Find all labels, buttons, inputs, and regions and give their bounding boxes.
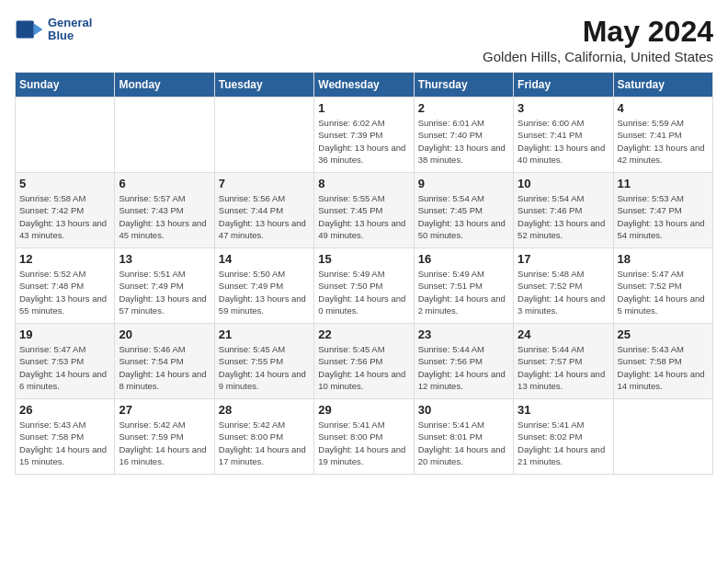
day-number: 22 [318, 327, 409, 341]
calendar-week-row: 1Sunrise: 6:02 AMSunset: 7:39 PMDaylight… [16, 98, 713, 173]
day-info: Sunrise: 5:44 AMSunset: 7:57 PMDaylight:… [518, 343, 609, 392]
calendar-day-cell: 19Sunrise: 5:47 AMSunset: 7:53 PMDayligh… [16, 324, 115, 399]
calendar-day-cell [16, 98, 115, 173]
day-info: Sunrise: 6:00 AMSunset: 7:41 PMDaylight:… [518, 117, 609, 166]
calendar-day-cell: 18Sunrise: 5:47 AMSunset: 7:52 PMDayligh… [613, 248, 712, 324]
day-number: 18 [618, 252, 709, 266]
logo-line2: Blue [48, 29, 92, 42]
calendar-day-cell: 27Sunrise: 5:42 AMSunset: 7:59 PMDayligh… [115, 399, 214, 475]
calendar-day-cell: 21Sunrise: 5:45 AMSunset: 7:55 PMDayligh… [214, 324, 313, 399]
calendar-day-cell: 9Sunrise: 5:54 AMSunset: 7:45 PMDaylight… [414, 173, 513, 248]
day-info: Sunrise: 5:50 AMSunset: 7:49 PMDaylight:… [219, 268, 310, 316]
calendar-day-cell [613, 399, 712, 475]
day-number: 23 [418, 327, 509, 341]
calendar-day-cell: 5Sunrise: 5:58 AMSunset: 7:42 PMDaylight… [16, 173, 115, 248]
day-info: Sunrise: 5:49 AMSunset: 7:51 PMDaylight:… [418, 268, 509, 316]
day-info: Sunrise: 5:44 AMSunset: 7:56 PMDaylight:… [418, 343, 509, 392]
day-number: 25 [618, 327, 709, 341]
calendar-day-cell: 13Sunrise: 5:51 AMSunset: 7:49 PMDayligh… [115, 248, 214, 324]
day-info: Sunrise: 5:54 AMSunset: 7:46 PMDaylight:… [518, 192, 609, 241]
day-info: Sunrise: 5:59 AMSunset: 7:41 PMDaylight:… [618, 117, 709, 166]
calendar-day-cell: 7Sunrise: 5:56 AMSunset: 7:44 PMDaylight… [214, 173, 313, 248]
day-info: Sunrise: 5:48 AMSunset: 7:52 PMDaylight:… [518, 268, 609, 316]
day-number: 6 [119, 177, 210, 190]
day-number: 10 [518, 177, 609, 190]
calendar-weekday-header: Sunday [16, 73, 115, 98]
calendar-day-cell: 2Sunrise: 6:01 AMSunset: 7:40 PMDaylight… [414, 98, 513, 173]
calendar-week-row: 19Sunrise: 5:47 AMSunset: 7:53 PMDayligh… [16, 324, 713, 399]
day-number: 29 [318, 403, 409, 417]
calendar-day-cell: 26Sunrise: 5:43 AMSunset: 7:58 PMDayligh… [16, 399, 115, 475]
calendar-day-cell: 4Sunrise: 5:59 AMSunset: 7:41 PMDaylight… [613, 98, 712, 173]
day-info: Sunrise: 5:41 AMSunset: 8:02 PMDaylight:… [518, 419, 609, 467]
day-info: Sunrise: 5:58 AMSunset: 7:42 PMDaylight:… [19, 192, 110, 241]
calendar-day-cell: 17Sunrise: 5:48 AMSunset: 7:52 PMDayligh… [514, 248, 613, 324]
day-number: 27 [119, 403, 210, 417]
day-number: 4 [618, 101, 709, 115]
calendar-header-row: SundayMondayTuesdayWednesdayThursdayFrid… [16, 73, 713, 98]
day-info: Sunrise: 5:46 AMSunset: 7:54 PMDaylight:… [119, 343, 210, 392]
day-info: Sunrise: 5:53 AMSunset: 7:47 PMDaylight:… [618, 192, 709, 241]
calendar-body: 1Sunrise: 6:02 AMSunset: 7:39 PMDaylight… [16, 98, 713, 475]
day-info: Sunrise: 6:01 AMSunset: 7:40 PMDaylight:… [418, 117, 509, 166]
day-number: 26 [19, 403, 110, 417]
day-number: 11 [618, 177, 709, 190]
calendar-day-cell: 16Sunrise: 5:49 AMSunset: 7:51 PMDayligh… [414, 248, 513, 324]
day-number: 20 [119, 327, 210, 341]
day-number: 1 [318, 101, 409, 115]
logo-text: General Blue [48, 17, 92, 43]
calendar-week-row: 12Sunrise: 5:52 AMSunset: 7:48 PMDayligh… [16, 248, 713, 324]
day-info: Sunrise: 5:47 AMSunset: 7:52 PMDaylight:… [618, 268, 709, 316]
day-number: 7 [219, 177, 310, 190]
day-number: 9 [418, 177, 509, 190]
calendar-weekday-header: Wednesday [314, 73, 414, 98]
day-number: 5 [19, 177, 110, 190]
day-info: Sunrise: 5:49 AMSunset: 7:50 PMDaylight:… [318, 268, 409, 316]
day-number: 28 [219, 403, 310, 417]
day-number: 16 [418, 252, 509, 266]
calendar-day-cell: 28Sunrise: 5:42 AMSunset: 8:00 PMDayligh… [214, 399, 313, 475]
day-number: 13 [119, 252, 210, 266]
calendar-day-cell: 11Sunrise: 5:53 AMSunset: 7:47 PMDayligh… [613, 173, 712, 248]
day-number: 21 [219, 327, 310, 341]
logo-line1: General [48, 17, 92, 29]
day-info: Sunrise: 6:02 AMSunset: 7:39 PMDaylight:… [318, 117, 409, 166]
title-block: May 2024 Golden Hills, California, Unite… [483, 15, 713, 64]
calendar-day-cell: 31Sunrise: 5:41 AMSunset: 8:02 PMDayligh… [514, 399, 613, 475]
calendar-week-row: 26Sunrise: 5:43 AMSunset: 7:58 PMDayligh… [16, 399, 713, 475]
calendar-week-row: 5Sunrise: 5:58 AMSunset: 7:42 PMDaylight… [16, 173, 713, 248]
calendar-weekday-header: Monday [115, 73, 214, 98]
day-info: Sunrise: 5:45 AMSunset: 7:56 PMDaylight:… [318, 343, 409, 392]
day-info: Sunrise: 5:56 AMSunset: 7:44 PMDaylight:… [219, 192, 310, 241]
day-info: Sunrise: 5:51 AMSunset: 7:49 PMDaylight:… [119, 268, 210, 316]
day-number: 2 [418, 101, 509, 115]
day-info: Sunrise: 5:45 AMSunset: 7:55 PMDaylight:… [219, 343, 310, 392]
calendar-day-cell: 23Sunrise: 5:44 AMSunset: 7:56 PMDayligh… [414, 324, 513, 399]
calendar-day-cell [214, 98, 313, 173]
day-info: Sunrise: 5:42 AMSunset: 7:59 PMDaylight:… [119, 419, 210, 467]
day-number: 14 [219, 252, 310, 266]
calendar-day-cell: 15Sunrise: 5:49 AMSunset: 7:50 PMDayligh… [314, 248, 414, 324]
calendar-day-cell: 20Sunrise: 5:46 AMSunset: 7:54 PMDayligh… [115, 324, 214, 399]
calendar-weekday-header: Tuesday [214, 73, 313, 98]
day-number: 19 [19, 327, 110, 341]
day-info: Sunrise: 5:57 AMSunset: 7:43 PMDaylight:… [119, 192, 210, 241]
calendar-day-cell: 24Sunrise: 5:44 AMSunset: 7:57 PMDayligh… [514, 324, 613, 399]
subtitle: Golden Hills, California, United States [483, 49, 713, 64]
page-header: General Blue May 2024 Golden Hills, Cali… [15, 15, 713, 64]
calendar-day-cell: 29Sunrise: 5:41 AMSunset: 8:00 PMDayligh… [314, 399, 414, 475]
calendar-weekday-header: Saturday [613, 73, 712, 98]
day-info: Sunrise: 5:41 AMSunset: 8:01 PMDaylight:… [418, 419, 509, 467]
day-info: Sunrise: 5:43 AMSunset: 7:58 PMDaylight:… [618, 343, 709, 392]
day-info: Sunrise: 5:47 AMSunset: 7:53 PMDaylight:… [19, 343, 110, 392]
day-number: 31 [518, 403, 609, 417]
calendar-day-cell: 25Sunrise: 5:43 AMSunset: 7:58 PMDayligh… [613, 324, 712, 399]
calendar-weekday-header: Friday [514, 73, 613, 98]
day-number: 17 [518, 252, 609, 266]
calendar-day-cell: 6Sunrise: 5:57 AMSunset: 7:43 PMDaylight… [115, 173, 214, 248]
calendar-day-cell: 12Sunrise: 5:52 AMSunset: 7:48 PMDayligh… [16, 248, 115, 324]
day-number: 24 [518, 327, 609, 341]
calendar-day-cell [115, 98, 214, 173]
calendar-day-cell: 3Sunrise: 6:00 AMSunset: 7:41 PMDaylight… [514, 98, 613, 173]
calendar-day-cell: 22Sunrise: 5:45 AMSunset: 7:56 PMDayligh… [314, 324, 414, 399]
